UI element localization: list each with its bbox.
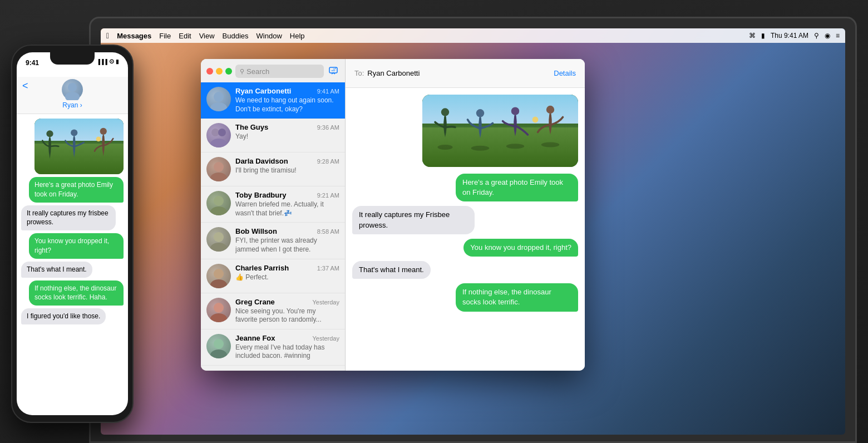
iphone-contact-name[interactable]: Ryan ›: [62, 101, 82, 109]
toby-conv-header: Toby Bradbury 9:21 AM: [235, 191, 339, 199]
conversation-item-ryan[interactable]: Ryan Carbonetti 9:41 AM We need to hang …: [201, 82, 345, 119]
bob-name: Bob Willson: [235, 227, 277, 235]
iphone-messages-container: Here's a great photo Emily took on Frida…: [17, 114, 128, 329]
darla-name: Darla Davidson: [235, 157, 288, 165]
menu-bar:  Messages File Edit View Buddies Window…: [101, 28, 845, 43]
window-controls: [206, 68, 232, 75]
buddies-menu[interactable]: Buddies: [223, 32, 249, 40]
menu-bar-right: ⌘ ▮ Thu 9:41 AM ⚲ ◉ ≡: [749, 32, 840, 40]
control-center-icon[interactable]: ≡: [836, 32, 840, 40]
ryan-name: Ryan Carbonetti: [235, 87, 291, 95]
bubble-sent-3: If nothing else, the dinosaur socks look…: [456, 283, 578, 311]
iphone-photo-scene: [34, 119, 124, 174]
photo-message-sent: [352, 95, 578, 169]
close-button[interactable]: [206, 68, 213, 75]
ryan-conv-content: Ryan Carbonetti 9:41 AM We need to hang …: [235, 87, 339, 114]
avatar-bob: [206, 227, 231, 252]
window-menu[interactable]: Window: [257, 32, 282, 40]
wifi-icon: ⌘: [749, 32, 756, 40]
guys-name: The Guys: [235, 123, 268, 131]
conversation-item-darla[interactable]: Darla Davidson 9:28 AM I'll bring the ti…: [201, 152, 345, 186]
details-button[interactable]: Details: [554, 69, 576, 77]
svg-point-30: [46, 130, 53, 137]
msg-sent-3: If nothing else, the dinosaur socks look…: [352, 283, 578, 311]
toby-name: Toby Bradbury: [235, 191, 287, 199]
search-menubar-icon[interactable]: ⚲: [814, 32, 819, 40]
greg-name: Greg Crane: [235, 298, 275, 306]
conversation-item-guys[interactable]: The Guys 9:36 AM Yay!: [201, 119, 345, 152]
conversation-item-toby[interactable]: Toby Bradbury 9:21 AM Warren briefed me.…: [201, 186, 345, 223]
conversation-item-greg[interactable]: Greg Crane Yesterday Nice seeing you. Yo…: [201, 293, 345, 329]
iphone-time: 9:41: [26, 59, 39, 67]
svg-point-4: [211, 129, 219, 136]
chat-area: To: Ryan Carbonetti Details: [346, 59, 585, 371]
bubble-received-2: That's what I meant.: [352, 261, 431, 279]
ip-bubble-sent-1: Here's a great photo Emily took on Frida…: [29, 177, 124, 203]
edit-menu[interactable]: Edit: [179, 32, 191, 40]
signal-icon: ▐▐▐: [97, 59, 107, 65]
svg-point-13: [214, 269, 224, 279]
chat-header: To: Ryan Carbonetti Details: [346, 59, 585, 88]
darla-conv-content: Darla Davidson 9:28 AM I'll bring the ti…: [235, 157, 339, 175]
toby-preview: Warren briefed me. Actually, it wasn't t…: [235, 200, 339, 218]
jeanne-time: Yesterday: [312, 335, 339, 342]
search-placeholder-text: Search: [246, 67, 269, 76]
siri-icon[interactable]: ◉: [825, 32, 830, 40]
svg-point-6: [210, 139, 227, 147]
svg-point-24: [511, 107, 519, 115]
conversation-item-jeanne[interactable]: Jeanne Fox Yesterday Every meal I've had…: [201, 329, 345, 366]
svg-point-25: [532, 117, 539, 123]
avatar-ryan: [206, 87, 231, 111]
battery-icon: ▮: [116, 58, 119, 65]
help-menu[interactable]: Help: [290, 32, 305, 40]
charles-name: Charles Parrish: [235, 264, 289, 272]
minimize-button[interactable]: [216, 68, 223, 75]
guys-conv-header: The Guys 9:36 AM: [235, 123, 339, 131]
charles-conv-content: Charles Parrish 1:37 AM 👍 Perfect.: [235, 264, 339, 282]
iphone-frame: 9:41 ▐▐▐ ⊙ ▮ < Ryan ›: [11, 45, 134, 423]
iphone-notch: [50, 52, 95, 65]
jeanne-conv-content: Jeanne Fox Yesterday Every meal I've had…: [235, 334, 339, 361]
msg-sent-2: You know you dropped it, right?: [352, 239, 578, 257]
avatar-greg: [206, 298, 231, 322]
iphone-chat-header: < Ryan ›: [17, 77, 128, 114]
ip-msg-sent-1: Here's a great photo Emily took on Frida…: [21, 177, 124, 203]
svg-point-16: [210, 313, 227, 322]
ip-bubble-recv-3: I figured you'd like those.: [21, 308, 106, 324]
iphone-screen: 9:41 ▐▐▐ ⊙ ▮ < Ryan ›: [17, 52, 128, 415]
chat-photo: [422, 95, 578, 167]
messages-window: ⚲ Search: [201, 59, 585, 371]
svg-point-22: [476, 109, 484, 117]
bob-preview: FYI, the printer was already jammed when…: [235, 237, 339, 254]
charles-time: 1:37 AM: [317, 265, 339, 272]
svg-point-21: [471, 146, 489, 151]
view-menu[interactable]: View: [199, 32, 215, 40]
svg-point-26: [541, 142, 559, 147]
search-bar[interactable]: ⚲ Search: [235, 65, 324, 78]
iphone-back-button[interactable]: <: [22, 80, 28, 92]
avatar-charles: [206, 264, 231, 288]
compose-button[interactable]: [327, 65, 339, 77]
bob-conv-content: Bob Willson 8:58 AM FYI, the printer was…: [235, 227, 339, 254]
file-menu[interactable]: File: [159, 32, 171, 40]
svg-point-7: [214, 162, 224, 172]
conversation-item-charles[interactable]: Charles Parrish 1:37 AM 👍 Perfect.: [201, 259, 345, 293]
chat-messages: Here's a great photo Emily took on Frida…: [346, 88, 585, 371]
app-name-menu[interactable]: Messages: [117, 32, 151, 40]
ip-msg-sent-2: You know you dropped it, right?: [21, 233, 124, 259]
toby-time: 9:21 AM: [317, 192, 339, 199]
menu-bar-left:  Messages File Edit View Buddies Window…: [106, 31, 305, 40]
iphone-status-icons: ▐▐▐ ⊙ ▮: [97, 58, 119, 65]
fullscreen-button[interactable]: [225, 68, 232, 75]
toby-conv-content: Toby Bradbury 9:21 AM Warren briefed me.…: [235, 191, 339, 218]
bob-conv-header: Bob Willson 8:58 AM: [235, 227, 339, 235]
apple-logo-icon[interactable]: : [106, 31, 109, 40]
jeanne-conv-header: Jeanne Fox Yesterday: [235, 334, 339, 342]
iphone-avatar: [62, 79, 83, 100]
photo-scene: [422, 95, 578, 167]
svg-point-10: [210, 206, 227, 215]
conversation-item-bob[interactable]: Bob Willson 8:58 AM FYI, the printer was…: [201, 223, 345, 259]
avatar-toby: [206, 191, 231, 215]
bubble-sent-1: Here's a great photo Emily took on Frida…: [456, 174, 578, 201]
recipient-name: Ryan Carbonetti: [367, 69, 420, 77]
